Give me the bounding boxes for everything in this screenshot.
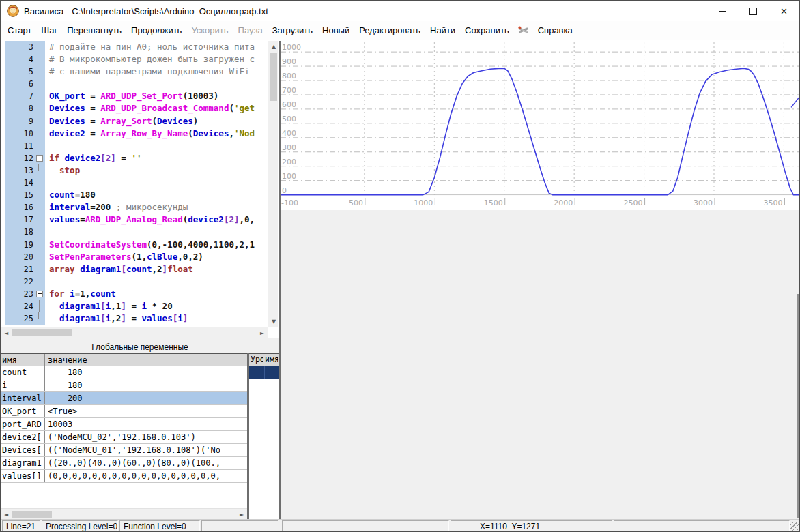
breakpoint-margin[interactable] [1,312,5,325]
menu-item-help[interactable]: Справка [533,23,577,38]
code-text: Devices = ARD_UDP_Broadcast_Command('get [45,102,255,115]
breakpoint-margin[interactable] [1,78,5,90]
scroll-thumb[interactable] [12,329,72,336]
line-number: 3 [5,41,45,53]
code-line-17[interactable]: 17values=ARD_UDP_Analog_Read(device2[2],… [1,213,268,226]
code-line-10[interactable]: 10device2 = Array_Row_By_Name(Devices,'N… [1,128,268,140]
app-icon[interactable] [7,5,19,17]
var-row-OK_port[interactable]: OK_port<True> [1,405,247,418]
breakpoint-margin[interactable] [1,128,5,140]
menu-item-new[interactable]: Новый [317,23,354,38]
code-line-23[interactable]: 23for i=1,count [1,288,268,300]
breakpoint-margin[interactable] [1,288,5,300]
code-text: count=180 [45,189,96,201]
globals-table-rows: count 180i 180interval 200OK_port<True>p… [1,366,247,483]
breakpoint-margin[interactable] [1,115,5,128]
code-token: if [49,153,65,163]
var-row-values[interactable]: values[](0,0,0,0,0,0,0,0,0,0,0,0,0,0,0,0… [1,470,247,483]
code-line-21[interactable]: 21array diagram1[count,2]float [1,263,268,276]
breakpoint-margin[interactable] [1,140,5,152]
editor-vscrollbar[interactable]: ▲ ▼ [268,41,278,327]
code-token: = [85,103,101,113]
scroll-thumb[interactable] [12,511,52,518]
var-row-interval[interactable]: interval 200 [1,392,247,405]
breakpoint-margin[interactable] [1,65,5,78]
var-row-device2[interactable]: device2[('NodeMCU_02','192.168.0.103') [1,431,247,444]
scroll-right-button[interactable]: ► [236,509,247,520]
menu-item-step[interactable]: Шаг [36,23,62,38]
right-edge-scrollbar[interactable] [797,294,799,518]
var-row-port_ARD[interactable]: port_ARD10003 [1,418,247,431]
minimize-button[interactable] [707,1,738,21]
code-line-16[interactable]: 16interval=200 ; микросекунды [1,201,268,213]
code-line-14[interactable]: 14 [1,177,268,189]
breakpoint-margin[interactable] [1,201,5,213]
breakpoint-margin[interactable] [1,41,5,53]
resize-grip[interactable] [790,522,800,531]
editor-hscrollbar[interactable]: ◄ ► [1,327,268,338]
code-line-25[interactable]: 25 diagram1[i,2] = values[i] [1,312,268,325]
menu-item-start[interactable]: Старт [3,23,36,38]
breakpoint-margin[interactable] [1,102,5,115]
oscilloscope-chart: -100500100015002000250030003500010020030… [281,41,800,210]
code-line-8[interactable]: 8Devices = ARD_UDP_Broadcast_Command('ge… [1,102,268,115]
code-line-9[interactable]: 9Devices = Array_Sort(Devices) [1,115,268,128]
breakpoint-margin[interactable] [1,251,5,263]
code-editor[interactable]: 3# подайте на пин A0; ноль источника пит… [1,41,268,327]
code-line-24[interactable]: 24 diagram1[i,1] = i * 20 [1,300,268,312]
menu-item-continue[interactable]: Продолжить [126,23,186,38]
breakpoint-margin[interactable] [1,263,5,276]
code-line-15[interactable]: 15count=180 [1,189,268,201]
breakpoint-margin[interactable] [1,189,5,201]
breakpoint-margin[interactable] [1,239,5,251]
menu-item-edit[interactable]: Редактировать [354,23,425,38]
status-function-level: Function Level=0 [119,520,200,532]
code-line-4[interactable]: 4# В микрокомпьютер дожен быть загружен … [1,53,268,65]
code-line-11[interactable]: 11 [1,140,268,152]
breakpoint-margin[interactable] [1,213,5,226]
scroll-left-button[interactable]: ◄ [1,327,12,338]
code-line-12[interactable]: 12if device2[2] = '' [1,152,268,164]
code-line-20[interactable]: 20SetPenParameters(1,clBlue,0,2) [1,251,268,263]
breakpoint-margin[interactable] [1,90,5,102]
code-line-5[interactable]: 5# с вашими параметрами подключения WiFi [1,65,268,78]
var-row-count[interactable]: count 180 [1,366,247,379]
code-line-22[interactable]: 22 [1,276,268,288]
line-number: 14 [5,177,45,189]
breakpoint-margin[interactable] [1,226,5,238]
breakpoint-margin[interactable] [1,152,5,164]
breakpoint-margin[interactable] [1,53,5,65]
var-value: (('NodeMCU_01','192.168.0.108')('No [45,444,247,456]
menu-item-load[interactable]: Загрузить [268,23,317,38]
code-line-19[interactable]: 19SetCoordinateSystem(0,-100,4000,1100,2… [1,239,268,251]
fold-collapse-icon[interactable] [36,155,43,162]
menu-item-save[interactable]: Сохранить [460,23,514,38]
code-line-13[interactable]: 13 stop [1,164,268,177]
breakpoint-margin[interactable] [1,164,5,177]
code-line-6[interactable]: 6 [1,78,268,90]
globals-table-hscrollbar[interactable]: ◄ ► [1,508,247,519]
var-row-i[interactable]: i 180 [1,379,247,392]
var-row-diagram1[interactable]: diagram1((20.,0)(40.,0)(60.,0)(80.,0)(10… [1,457,247,470]
tools-icon[interactable] [514,25,533,35]
menu-item-step-over[interactable]: Перешагнуть [62,23,126,38]
code-line-3[interactable]: 3# подайте на пин A0; ноль источника пит… [1,41,268,53]
var-row-Devices[interactable]: Devices[(('NodeMCU_01','192.168.0.108')(… [1,444,247,457]
close-button[interactable]: ✕ [769,1,799,21]
svg-text:900: 900 [282,57,296,66]
fold-collapse-icon[interactable] [36,291,43,297]
breakpoint-margin[interactable] [1,276,5,288]
scroll-right-button[interactable]: ► [257,327,268,338]
maximize-button[interactable] [738,1,769,21]
code-line-7[interactable]: 7OK_port = ARD_UDP_Set_Port(10003) [1,90,268,102]
scroll-thumb[interactable] [270,53,277,101]
code-token [49,165,59,175]
breakpoint-margin[interactable] [1,300,5,312]
menu-item-find[interactable]: Найти [425,23,460,38]
scroll-down-button[interactable]: ▼ [268,316,279,327]
scroll-up-button[interactable]: ▲ [268,41,279,52]
code-line-18[interactable]: 18 [1,226,268,238]
levels-selected-row[interactable] [249,366,279,379]
breakpoint-margin[interactable] [1,177,5,189]
scroll-left-button[interactable]: ◄ [1,509,12,520]
